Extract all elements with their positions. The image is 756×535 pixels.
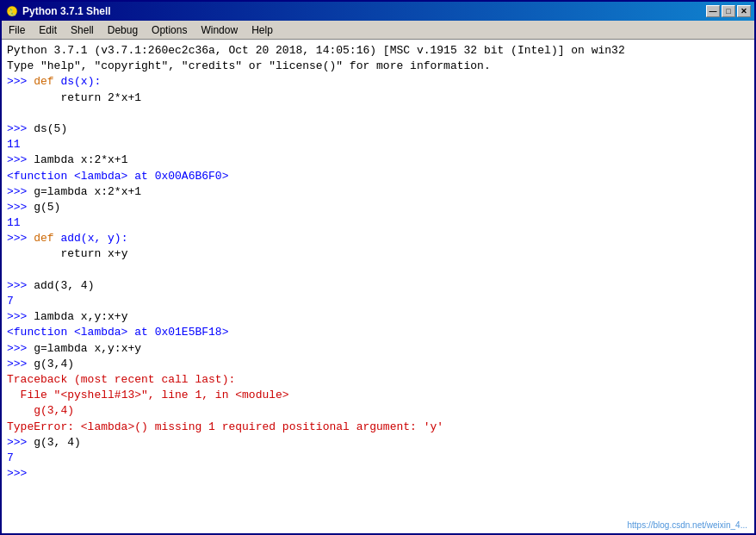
window-title: Python 3.7.1 Shell — [22, 5, 111, 17]
menu-shell[interactable]: Shell — [64, 22, 101, 38]
menu-file[interactable]: File — [2, 22, 32, 38]
menu-debug[interactable]: Debug — [101, 22, 145, 38]
maximize-button[interactable]: □ — [722, 5, 735, 17]
shell-content[interactable]: Python 3.7.1 (v3.7.1:260ec2c36a, Oct 20 … — [2, 40, 754, 533]
menu-help[interactable]: Help — [245, 22, 280, 38]
close-button[interactable]: ✕ — [737, 5, 751, 17]
menu-options[interactable]: Options — [145, 22, 194, 38]
title-bar: 🐍 Python 3.7.1 Shell — □ ✕ — [2, 2, 754, 21]
python-icon: 🐍 — [5, 4, 19, 18]
minimize-button[interactable]: — — [706, 5, 720, 17]
menu-window[interactable]: Window — [194, 22, 245, 38]
main-window: 🐍 Python 3.7.1 Shell — □ ✕ File Edit She… — [0, 0, 756, 535]
watermark: https://blog.csdn.net/weixin_4... — [627, 520, 747, 530]
window-controls: — □ ✕ — [706, 5, 751, 17]
svg-text:🐍: 🐍 — [8, 8, 16, 16]
menu-edit[interactable]: Edit — [32, 22, 64, 38]
shell-output: Python 3.7.1 (v3.7.1:260ec2c36a, Oct 20 … — [7, 43, 749, 482]
title-bar-left: 🐍 Python 3.7.1 Shell — [5, 4, 111, 18]
menu-bar: File Edit Shell Debug Options Window Hel… — [2, 21, 754, 40]
